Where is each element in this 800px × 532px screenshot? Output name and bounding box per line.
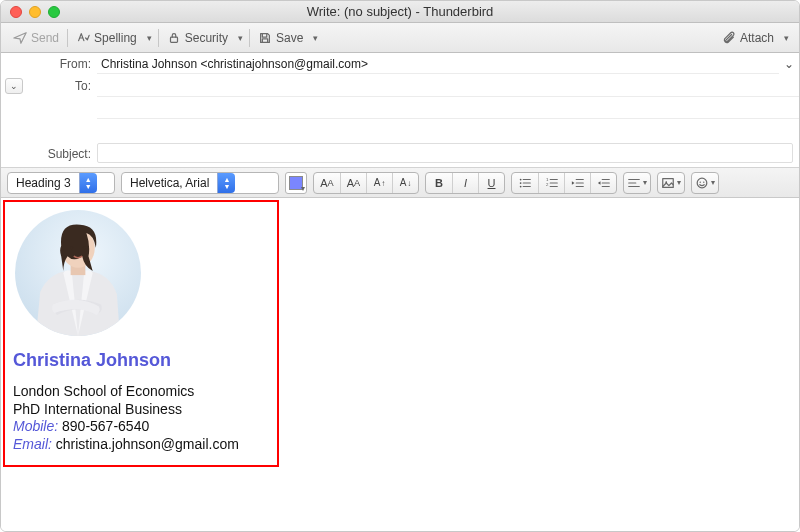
message-body[interactable]: Christina Johnson London School of Econo…	[1, 198, 799, 532]
signature-email-line: Email: christina.johnson@gmail.com	[13, 436, 269, 454]
align-group: ▾	[623, 172, 651, 194]
bold-button[interactable]: B	[426, 173, 452, 193]
to-row: ⌄ To:	[1, 75, 799, 97]
emoji-group: ▾	[691, 172, 719, 194]
text-color-button[interactable]: ▾	[285, 172, 307, 194]
window-controls	[10, 6, 60, 18]
signature-mobile-label: Mobile:	[13, 418, 58, 434]
signature-name: Christina Johnson	[13, 350, 269, 371]
font-family-select[interactable]: Helvetica, Arial ▲▼	[121, 172, 279, 194]
from-label: From:	[1, 57, 97, 71]
insert-image-button[interactable]: ▾	[658, 173, 684, 193]
text-style-group: B I U	[425, 172, 505, 194]
window-title: Write: (no subject) - Thunderbird	[1, 4, 799, 19]
main-toolbar: Send Spelling ▾ Security ▾ Save ▾ Attach…	[1, 23, 799, 53]
signature-email: christina.johnson@gmail.com	[56, 436, 239, 452]
attach-menu-caret[interactable]: ▾	[780, 33, 793, 43]
list-indent-group: 12	[511, 172, 617, 194]
subscript-button[interactable]: A	[392, 173, 418, 193]
save-button[interactable]: Save	[252, 29, 309, 47]
svg-point-14	[70, 246, 73, 249]
send-label: Send	[31, 31, 59, 45]
svg-point-8	[697, 178, 707, 188]
increase-font-size-button[interactable]: AA	[340, 173, 366, 193]
security-menu-caret[interactable]: ▾	[234, 33, 247, 43]
stepper-icon: ▲▼	[79, 173, 97, 193]
extra-recipient-row	[1, 97, 799, 119]
numbered-list-button[interactable]: 12	[538, 173, 564, 193]
zoom-window-button[interactable]	[48, 6, 60, 18]
svg-point-10	[703, 181, 704, 182]
svg-point-1	[520, 178, 522, 180]
close-window-button[interactable]	[10, 6, 22, 18]
window-titlebar: Write: (no subject) - Thunderbird	[1, 1, 799, 23]
send-button[interactable]: Send	[7, 29, 65, 47]
svg-rect-0	[170, 37, 177, 42]
from-row: From: Christina Johnson <christinajohnso…	[1, 53, 799, 75]
bulleted-list-button[interactable]	[512, 173, 538, 193]
from-select[interactable]: Christina Johnson <christinajohnson@gmai…	[97, 55, 779, 74]
svg-point-9	[700, 181, 701, 182]
italic-button[interactable]: I	[452, 173, 478, 193]
extra-recipient-input[interactable]	[97, 97, 799, 119]
attach-label: Attach	[740, 31, 774, 45]
from-dropdown-caret[interactable]: ⌄	[779, 57, 799, 71]
spelling-label: Spelling	[94, 31, 137, 45]
decrease-font-size-button[interactable]: AA	[314, 173, 340, 193]
svg-point-3	[520, 185, 522, 187]
subject-row: Subject:	[1, 141, 799, 167]
spelling-menu-caret[interactable]: ▾	[143, 33, 156, 43]
to-input[interactable]	[97, 75, 799, 97]
align-button[interactable]: ▾	[624, 173, 650, 193]
subject-input[interactable]	[97, 143, 793, 163]
svg-text:2: 2	[545, 181, 548, 186]
paragraph-style-value: Heading 3	[8, 176, 79, 190]
indent-button[interactable]	[590, 173, 616, 193]
spelling-button[interactable]: Spelling	[70, 29, 143, 47]
superscript-button[interactable]: A	[366, 173, 392, 193]
security-label: Security	[185, 31, 228, 45]
signature-block: Christina Johnson London School of Econo…	[3, 200, 279, 467]
insert-emoji-button[interactable]: ▾	[692, 173, 718, 193]
from-value: Christina Johnson <christinajohnson@gmai…	[101, 57, 368, 71]
paragraph-style-select[interactable]: Heading 3 ▲▼	[7, 172, 115, 194]
signature-email-label: Email:	[13, 436, 52, 452]
headers-area: From: Christina Johnson <christinajohnso…	[1, 53, 799, 168]
svg-point-15	[83, 246, 86, 249]
attach-button[interactable]: Attach	[716, 29, 780, 47]
format-toolbar: Heading 3 ▲▼ Helvetica, Arial ▲▼ ▾ AA AA…	[1, 168, 799, 198]
to-label: To:	[23, 79, 97, 93]
signature-mobile-line: Mobile: 890-567-6540	[13, 418, 269, 436]
save-label: Save	[276, 31, 303, 45]
insert-group: ▾	[657, 172, 685, 194]
stepper-icon: ▲▼	[217, 173, 235, 193]
outdent-button[interactable]	[564, 173, 590, 193]
svg-point-2	[520, 182, 522, 184]
signature-mobile: 890-567-6540	[62, 418, 149, 434]
save-menu-caret[interactable]: ▾	[309, 33, 322, 43]
signature-org: London School of Economics	[13, 383, 269, 401]
subject-label: Subject:	[1, 147, 97, 161]
underline-button[interactable]: U	[478, 173, 504, 193]
minimize-window-button[interactable]	[29, 6, 41, 18]
font-family-value: Helvetica, Arial	[122, 176, 217, 190]
signature-degree: PhD International Business	[13, 401, 269, 419]
to-field-type-selector[interactable]: ⌄	[5, 78, 23, 94]
font-size-group: AA AA A A	[313, 172, 419, 194]
security-button[interactable]: Security	[161, 29, 234, 47]
signature-avatar	[15, 210, 141, 336]
